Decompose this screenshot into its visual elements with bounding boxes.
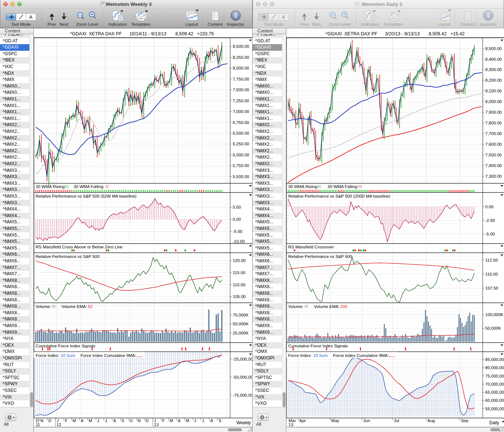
svg-text:100,000K: 100,000K — [485, 312, 504, 317]
svg-text:N: N — [137, 418, 140, 423]
svg-text:8,100.00: 8,100.00 — [485, 89, 502, 93]
svg-text:Cumulative Force Index Signals: Cumulative Force Index Signals — [36, 344, 96, 348]
svg-text:A: A — [113, 418, 116, 423]
svg-text:-5.00: -5.00 — [485, 232, 495, 236]
svg-text:S: S — [121, 418, 124, 423]
svg-text:Weinstein Weekly 3: Weinstein Weekly 3 — [106, 1, 152, 7]
svg-text:75,000K: 75,000K — [233, 313, 249, 317]
svg-text:11: 11 — [36, 422, 40, 427]
svg-text:107.50: 107.50 — [485, 286, 498, 290]
svg-text:A: A — [81, 418, 84, 423]
svg-text:D: D — [146, 418, 149, 423]
svg-text:Volume:: Volume: — [288, 304, 304, 309]
svg-text:F: F — [65, 418, 67, 423]
svg-text:120.00: 120.00 — [233, 258, 246, 263]
svg-text:30 WMA Falling:: 30 WMA Falling: — [328, 184, 358, 189]
svg-text:Prev: Prev — [47, 22, 56, 26]
svg-text:N: N — [40, 418, 43, 423]
svg-text:Layout: Layout — [438, 22, 451, 26]
svg-text:7,750.00: 7,750.00 — [233, 77, 249, 81]
svg-text:60,000,000: 60,000,000 — [485, 398, 504, 403]
svg-text:Relative Performance vs S&P 50: Relative Performance vs S&P 500 — [36, 254, 100, 259]
svg-text:RS Mansfield Cross Above or Be: RS Mansfield Cross Above or Below Zero L… — [36, 245, 123, 249]
svg-text:-10.00: -10.00 — [233, 239, 245, 244]
svg-text:Jul: Jul — [394, 418, 399, 423]
svg-text:Volume EMA:: Volume EMA: — [61, 304, 87, 309]
svg-text:M: M — [89, 418, 92, 423]
svg-text:0.00: 0.00 — [233, 217, 241, 222]
svg-text:Templates: Templates — [384, 22, 403, 26]
svg-text:A: A — [29, 14, 33, 20]
svg-text:110.00: 110.00 — [485, 272, 498, 276]
svg-text:Force Index Cumulative 9MA:: Force Index Cumulative 9MA: — [81, 353, 136, 358]
svg-text:30 WMA Falling:: 30 WMA Falling: — [74, 184, 104, 189]
svg-text:8,500.00: 8,500.00 — [485, 46, 502, 51]
svg-text:5,500.00: 5,500.00 — [233, 174, 249, 179]
svg-text:7,500.00: 7,500.00 — [233, 88, 249, 92]
svg-text:A: A — [210, 418, 213, 423]
svg-text:Inspector: Inspector — [227, 22, 244, 26]
svg-text:7,250.00: 7,250.00 — [233, 99, 249, 103]
svg-text:Tool Mode: Tool Mode — [264, 22, 283, 26]
svg-text:Sep: Sep — [461, 418, 468, 423]
svg-text:75,000,000: 75,000,000 — [485, 374, 504, 378]
svg-text:D: D — [48, 418, 51, 423]
svg-text:55,000,000: 55,000,000 — [485, 407, 504, 411]
svg-text:30 WMA Rising:: 30 WMA Rising: — [36, 184, 66, 189]
svg-text:O: O — [129, 418, 133, 423]
svg-text:Relative Performance vs S&P 50: Relative Performance vs S&P 500 (200D MA… — [288, 194, 390, 198]
svg-text:M: M — [72, 418, 76, 423]
svg-text:13: 13 — [154, 422, 159, 427]
svg-text:Volume:: Volume: — [36, 304, 51, 309]
svg-text:May: May — [331, 418, 339, 423]
svg-text:Layout: Layout — [185, 22, 198, 26]
svg-text:7,700.00: 7,700.00 — [485, 131, 502, 136]
svg-text:5,750.00: 5,750.00 — [233, 163, 249, 168]
svg-text:8,200.00: 8,200.00 — [485, 78, 502, 82]
svg-text:Zoom Level: Zoom Level — [76, 22, 98, 26]
svg-text:J: J — [194, 418, 196, 423]
svg-text:7,400.00: 7,400.00 — [485, 163, 502, 168]
svg-text:Volume EMA:: Volume EMA: — [314, 304, 340, 309]
svg-text:8,000.00: 8,000.00 — [233, 66, 249, 70]
svg-text:S: S — [218, 418, 221, 423]
svg-text:70,000,000: 70,000,000 — [485, 382, 504, 386]
svg-text:RS Mansfield Crossover: RS Mansfield Crossover — [288, 245, 334, 249]
svg-text:112.50: 112.50 — [485, 258, 498, 262]
svg-text:Inspector: Inspector — [479, 22, 497, 26]
svg-text:Weinstein Daily 3: Weinstein Daily 3 — [362, 1, 403, 7]
svg-text:105.00: 105.00 — [233, 294, 246, 299]
svg-text:110.00: 110.00 — [233, 283, 245, 287]
svg-text:Force Index Cumulative 9MA:: Force Index Cumulative 9MA: — [333, 353, 389, 358]
svg-text:Prev: Prev — [300, 22, 309, 26]
svg-text:-50,000,000: -50,000,000 — [233, 375, 253, 379]
svg-text:Force Index:: Force Index: — [36, 353, 59, 358]
svg-text:M: M — [186, 418, 189, 423]
svg-text:6,250.00: 6,250.00 — [233, 142, 249, 146]
svg-text:7,300.00: 7,300.00 — [485, 174, 502, 178]
svg-text:^GDAXI XETRA DAX PF 3/20: ^GDAXI XETRA DAX PF 3/20/13 - 9/13/13 8,… — [325, 31, 465, 36]
svg-text:8,000.00: 8,000.00 — [485, 99, 502, 104]
svg-text:25,000K: 25,000K — [233, 331, 249, 335]
svg-text:-5.00: -5.00 — [233, 229, 242, 234]
svg-text:12: 12 — [57, 422, 61, 427]
svg-text:i: i — [235, 13, 237, 20]
svg-text:Next: Next — [60, 22, 68, 26]
svg-text:-2.50: -2.50 — [485, 218, 495, 223]
svg-text:7,800.00: 7,800.00 — [485, 121, 502, 125]
svg-text:Daily: Daily — [489, 420, 499, 425]
svg-text:F: F — [162, 418, 165, 423]
svg-text:Force Index:: Force Index: — [288, 353, 312, 358]
svg-text:Content: Content — [460, 22, 475, 26]
svg-text:A: A — [282, 14, 285, 20]
svg-text:65,000,000: 65,000,000 — [485, 390, 504, 394]
svg-text:200: 200 — [340, 304, 347, 309]
svg-text:Relative Performance vs S&P 50: Relative Performance vs S&P 500 (52W MA … — [36, 194, 136, 198]
svg-text:J: J — [97, 418, 99, 423]
svg-text:7,900.00: 7,900.00 — [485, 110, 502, 114]
svg-text:52: 52 — [88, 304, 93, 309]
svg-text:Cumulative Force Index Signals: Cumulative Force Index Signals — [288, 344, 348, 348]
svg-text:10 Sum: 10 Sum — [313, 353, 328, 358]
svg-text:Aug: Aug — [428, 418, 435, 423]
svg-text:5.00: 5.00 — [233, 205, 241, 209]
